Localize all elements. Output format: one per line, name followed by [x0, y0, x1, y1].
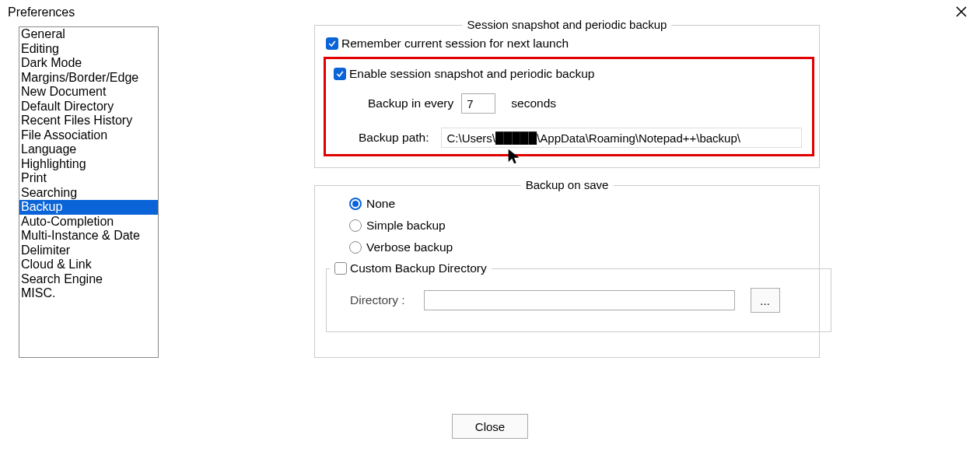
sidebar-item-editing[interactable]: Editing	[19, 42, 158, 57]
directory-label: Directory :	[350, 293, 405, 307]
custom-backup-directory-label: Custom Backup Directory	[350, 261, 487, 275]
backup-on-save-group: Backup on save NoneSimple backupVerbose …	[314, 185, 820, 358]
backup-interval-suffix: seconds	[511, 96, 556, 110]
sidebar-item-general[interactable]: General	[19, 27, 158, 42]
backup-on-save-radio-simple-backup[interactable]	[349, 219, 362, 232]
sidebar-item-recent-files-history[interactable]: Recent Files History	[19, 114, 158, 128]
highlighted-region: Enable session snapshot and periodic bac…	[324, 57, 814, 156]
sidebar-item-print[interactable]: Print	[19, 171, 158, 186]
close-icon[interactable]	[950, 5, 972, 20]
sidebar-item-new-document[interactable]: New Document	[19, 85, 158, 100]
sidebar-item-highlighting[interactable]: Highlighting	[19, 157, 158, 172]
backup-on-save-radio-label: Simple backup	[366, 219, 446, 233]
remember-session-checkbox[interactable]	[326, 37, 338, 50]
backup-on-save-radio-none[interactable]	[349, 198, 362, 210]
backup-on-save-radio-verbose-backup[interactable]	[349, 241, 362, 254]
remember-session-label: Remember current session for next launch	[341, 37, 569, 51]
backup-interval-prefix: Backup in every	[368, 96, 453, 110]
sidebar-item-cloud-link[interactable]: Cloud & Link	[19, 258, 158, 272]
sidebar-item-multi-instance-date[interactable]: Multi-Instance & Date	[19, 229, 158, 244]
sidebar-item-dark-mode[interactable]: Dark Mode	[19, 56, 158, 71]
close-button[interactable]: Close	[452, 414, 528, 439]
backup-on-save-legend: Backup on save	[521, 178, 614, 191]
session-snapshot-legend: Session snapshot and periodic backup	[463, 18, 672, 31]
backup-interval-input[interactable]	[461, 93, 495, 114]
sidebar-item-auto-completion[interactable]: Auto-Completion	[19, 215, 158, 229]
sidebar-item-backup[interactable]: Backup	[19, 200, 158, 215]
preferences-category-list[interactable]: GeneralEditingDark ModeMargins/Border/Ed…	[19, 26, 159, 358]
backup-path-input[interactable]	[441, 128, 802, 148]
session-snapshot-group: Session snapshot and periodic backup Rem…	[314, 25, 820, 168]
enable-snapshot-label: Enable session snapshot and periodic bac…	[349, 67, 594, 81]
sidebar-item-misc-[interactable]: MISC.	[19, 286, 158, 301]
sidebar-item-file-association[interactable]: File Association	[19, 128, 158, 143]
browse-button[interactable]: ...	[751, 288, 780, 313]
sidebar-item-delimiter[interactable]: Delimiter	[19, 244, 158, 258]
backup-path-label: Backup path:	[359, 131, 429, 145]
sidebar-item-margins-border-edge[interactable]: Margins/Border/Edge	[19, 71, 158, 86]
backup-on-save-radio-label: None	[366, 197, 395, 211]
directory-input[interactable]	[424, 290, 735, 310]
window-title: Preferences	[8, 5, 75, 19]
custom-backup-directory-checkbox[interactable]	[334, 262, 347, 275]
sidebar-item-search-engine[interactable]: Search Engine	[19, 272, 158, 287]
sidebar-item-searching[interactable]: Searching	[19, 186, 158, 201]
enable-snapshot-checkbox[interactable]	[334, 68, 346, 80]
custom-backup-directory-group: Custom Backup Directory Directory : ...	[326, 268, 831, 332]
backup-on-save-radio-label: Verbose backup	[366, 240, 453, 254]
sidebar-item-default-directory[interactable]: Default Directory	[19, 100, 158, 114]
sidebar-item-language[interactable]: Language	[19, 142, 158, 157]
